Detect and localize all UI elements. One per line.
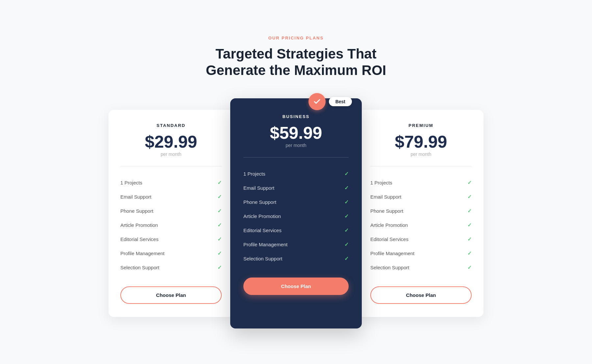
list-item: 1 Projects ✓ (370, 176, 472, 190)
check-icon: ✓ (344, 255, 349, 262)
list-item: Selection Support ✓ (120, 260, 222, 275)
plan-price-business: $59.99 (243, 124, 349, 141)
check-icon: ✓ (344, 227, 349, 233)
check-icon: ✓ (467, 250, 472, 256)
list-item: Selection Support ✓ (370, 260, 472, 275)
check-icon: ✓ (217, 180, 222, 186)
features-list-standard: 1 Projects ✓ Email Support ✓ Phone Suppo… (120, 176, 222, 275)
check-icon: ✓ (217, 236, 222, 242)
list-item: Article Promotion ✓ (243, 209, 349, 223)
check-icon: ✓ (467, 180, 472, 186)
check-circle-icon (313, 98, 321, 106)
list-item: Email Support ✓ (120, 190, 222, 204)
check-icon: ✓ (467, 208, 472, 214)
list-item: Profile Management ✓ (370, 246, 472, 260)
choose-plan-button-premium[interactable]: Choose Plan (370, 286, 472, 304)
features-list-business: 1 Projects ✓ Email Support ✓ Phone Suppo… (243, 167, 349, 266)
list-item: 1 Projects ✓ (120, 176, 222, 190)
list-item: Article Promotion ✓ (370, 218, 472, 232)
list-item: Phone Support ✓ (370, 204, 472, 218)
plan-name-business: BUSINESS (243, 114, 349, 119)
plan-price-standard: $29.99 (120, 133, 222, 150)
list-item: 1 Projects ✓ (243, 167, 349, 181)
divider-standard (120, 166, 222, 166)
list-item: Email Support ✓ (370, 190, 472, 204)
check-icon: ✓ (217, 250, 222, 256)
check-icon: ✓ (217, 208, 222, 214)
plan-period-business: per month (243, 143, 349, 148)
check-icon: ✓ (217, 222, 222, 228)
divider-business (243, 157, 349, 158)
check-icon: ✓ (344, 199, 349, 205)
best-badge-circle (308, 93, 326, 110)
check-icon: ✓ (467, 194, 472, 200)
list-item: Phone Support ✓ (120, 204, 222, 218)
plan-price-premium: $79.99 (370, 133, 472, 150)
plan-period-premium: per month (370, 152, 472, 157)
plan-period-standard: per month (120, 152, 222, 157)
plans-container: STANDARD $29.99 per month 1 Projects ✓ E… (109, 98, 483, 328)
divider-premium (370, 166, 472, 166)
check-icon: ✓ (467, 222, 472, 228)
list-item: Editorial Services ✓ (370, 232, 472, 246)
check-icon: ✓ (344, 171, 349, 177)
check-icon: ✓ (217, 194, 222, 200)
list-item: Profile Management ✓ (120, 246, 222, 260)
plan-name-premium: PREMIUM (370, 123, 472, 128)
plan-name-standard: STANDARD (120, 123, 222, 128)
check-icon: ✓ (344, 185, 349, 191)
list-item: Phone Support ✓ (243, 195, 349, 209)
best-badge: Best (308, 93, 352, 110)
list-item: Email Support ✓ (243, 181, 349, 195)
list-item: Editorial Services ✓ (120, 232, 222, 246)
list-item: Editorial Services ✓ (243, 223, 349, 237)
features-list-premium: 1 Projects ✓ Email Support ✓ Phone Suppo… (370, 176, 472, 275)
plan-card-standard: STANDARD $29.99 per month 1 Projects ✓ E… (109, 110, 234, 317)
list-item: Selection Support ✓ (243, 252, 349, 266)
check-icon: ✓ (467, 264, 472, 271)
list-item: Article Promotion ✓ (120, 218, 222, 232)
plan-card-premium: PREMIUM $79.99 per month 1 Projects ✓ Em… (358, 110, 483, 317)
choose-plan-button-standard[interactable]: Choose Plan (120, 286, 222, 304)
check-icon: ✓ (344, 241, 349, 248)
plan-card-business: Best BUSINESS $59.99 per month 1 Project… (230, 98, 362, 328)
choose-plan-button-business[interactable]: Choose Plan (243, 278, 349, 295)
check-icon: ✓ (344, 213, 349, 219)
best-badge-label: Best (329, 97, 352, 106)
header-title: Targeted Strategies That Generate the Ma… (206, 46, 386, 79)
header-subtitle: OUR PRICING PLANS (206, 36, 386, 40)
check-icon: ✓ (467, 236, 472, 242)
check-icon: ✓ (217, 264, 222, 271)
page-header: OUR PRICING PLANS Targeted Strategies Th… (206, 36, 386, 79)
list-item: Profile Management ✓ (243, 237, 349, 252)
